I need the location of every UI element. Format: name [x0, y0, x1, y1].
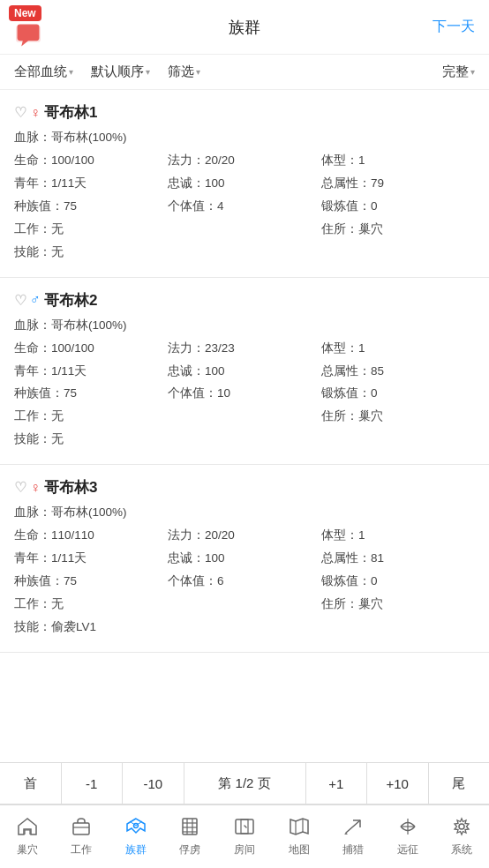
page-next1-button[interactable]: +1 [306, 763, 368, 804]
nav-item-hunt[interactable]: 捕猎 [326, 805, 380, 868]
page-info: 第 1/2 页 [184, 763, 306, 804]
tribe-icon [124, 817, 147, 840]
work: 工作：无 [14, 407, 168, 427]
nav-item-room[interactable]: 房间 [217, 805, 272, 868]
nav-label-expedition: 远征 [397, 842, 418, 857]
filter-order[interactable]: 默认顺序 ▾ [91, 64, 150, 80]
race-val: 种族值：75 [14, 384, 168, 404]
hp: 生命：100/100 [14, 339, 168, 359]
total-attr: 总属性：79 [321, 174, 475, 194]
new-badge: New [9, 5, 41, 21]
nav-label-prisoner: 俘虏 [179, 842, 200, 857]
filter-complete[interactable]: 完整 ▾ [442, 64, 475, 80]
nav-label-system: 系统 [451, 842, 472, 857]
work-icon [71, 817, 92, 840]
work: 工作：无 [14, 595, 168, 615]
total-attr: 总属性：85 [321, 362, 475, 382]
creature-card[interactable]: ♡ ♀ 哥布林1 血脉：哥布林(100%) 生命：100/100 法力：20/2… [0, 90, 489, 278]
heart-icon: ♡ [14, 479, 26, 496]
nav-item-home[interactable]: 巢穴 [0, 805, 55, 868]
hp: 生命：110/110 [14, 526, 168, 546]
creature-name-row: ♡ ♂ 哥布林2 [14, 290, 475, 311]
nav-label-room: 房间 [234, 842, 255, 857]
creature-name: 哥布林2 [44, 290, 97, 311]
female-icon: ♀ [30, 105, 41, 121]
forge: 锻炼值：0 [321, 572, 475, 592]
race-val: 种族值：75 [14, 572, 168, 592]
female-icon: ♀ [30, 480, 41, 496]
race-val: 种族值：75 [14, 197, 168, 217]
nav-item-expedition[interactable]: 远征 [380, 805, 435, 868]
nav-label-map: 地图 [289, 842, 310, 857]
filter-bar: 全部血统 ▾ 默认顺序 ▾ 筛选 ▾ 完整 ▾ [0, 55, 489, 90]
room-icon [234, 817, 255, 840]
body: 体型：1 [321, 151, 475, 171]
bloodline: 血脉：哥布林(100%) [14, 316, 475, 336]
body: 体型：1 [321, 339, 475, 359]
nav-label-tribe: 族群 [125, 842, 147, 857]
nav-label-home: 巢穴 [17, 842, 38, 857]
mp: 法力：23/23 [168, 339, 321, 359]
home-icon [17, 817, 38, 840]
creature-card[interactable]: ♡ ♀ 哥布林3 血脉：哥布林(100%) 生命：110/110 法力：20/2… [0, 465, 489, 653]
message-icon [14, 23, 42, 48]
page-next10-button[interactable]: +10 [367, 763, 429, 804]
pagination-bar: 首 -1 -10 第 1/2 页 +1 +10 尾 [0, 762, 489, 804]
nav-item-map[interactable]: 地图 [272, 805, 327, 868]
bloodline: 血脉：哥布林(100%) [14, 128, 475, 148]
work: 工作：无 [14, 220, 168, 240]
page-last-button[interactable]: 尾 [429, 763, 490, 804]
hp: 生命：100/100 [14, 151, 168, 171]
expedition-icon [397, 817, 418, 840]
filter-screen[interactable]: 筛选 ▾ [168, 64, 200, 80]
map-icon [289, 817, 310, 840]
nav-item-system[interactable]: 系统 [435, 805, 490, 868]
filter-bloodline[interactable]: 全部血统 ▾ [14, 64, 73, 80]
creature-name-row: ♡ ♀ 哥布林3 [14, 477, 475, 498]
creature-name: 哥布林1 [44, 102, 97, 123]
creature-stats: 血脉：哥布林(100%) 生命：100/100 法力：20/20 体型：1 青年… [14, 128, 475, 263]
page-prev1-button[interactable]: -1 [62, 763, 124, 804]
skill: 技能：无 [14, 430, 475, 450]
nav-label-work: 工作 [71, 842, 92, 857]
mp: 法力：20/20 [168, 151, 321, 171]
home: 住所：巢穴 [321, 220, 475, 240]
chevron-down-icon: ▾ [146, 67, 150, 77]
creature-name-row: ♡ ♀ 哥布林1 [14, 102, 475, 123]
forge: 锻炼值：0 [321, 384, 475, 404]
creature-stats: 血脉：哥布林(100%) 生命：110/110 法力：20/20 体型：1 青年… [14, 503, 475, 638]
chevron-down-icon: ▾ [69, 67, 73, 77]
nav-label-hunt: 捕猎 [342, 842, 364, 857]
body: 体型：1 [321, 526, 475, 546]
individual: 个体值：6 [168, 572, 321, 592]
home: 住所：巢穴 [321, 407, 475, 427]
forge: 锻炼值：0 [321, 197, 475, 217]
creature-list: ♡ ♀ 哥布林1 血脉：哥布林(100%) 生命：100/100 法力：20/2… [0, 90, 489, 762]
chevron-down-icon: ▾ [470, 67, 475, 77]
mp: 法力：20/20 [168, 526, 321, 546]
youth: 青年：1/11天 [14, 549, 168, 569]
individual: 个体值：10 [168, 384, 321, 404]
male-icon: ♂ [30, 292, 41, 308]
hunt-icon [342, 817, 364, 840]
system-icon [451, 817, 472, 840]
total-attr: 总属性：81 [321, 549, 475, 569]
nav-item-work[interactable]: 工作 [55, 805, 109, 868]
heart-icon: ♡ [14, 292, 26, 309]
svg-line-18 [346, 820, 360, 833]
page-prev10-button[interactable]: -10 [123, 763, 184, 804]
heart-icon: ♡ [14, 104, 26, 121]
page-first-button[interactable]: 首 [0, 763, 62, 804]
creature-card[interactable]: ♡ ♂ 哥布林2 血脉：哥布林(100%) 生命：100/100 法力：23/2… [0, 278, 489, 466]
youth: 青年：1/11天 [14, 174, 168, 194]
next-day-button[interactable]: 下一天 [433, 18, 475, 36]
home: 住所：巢穴 [321, 595, 475, 615]
individual: 个体值：4 [168, 197, 321, 217]
nav-item-tribe[interactable]: 族群 [109, 805, 163, 868]
prisoner-icon [179, 817, 200, 840]
loyalty: 忠诚：100 [168, 174, 321, 194]
header: New 族群 下一天 [0, 0, 489, 55]
bloodline: 血脉：哥布林(100%) [14, 503, 475, 523]
nav-item-prisoner[interactable]: 俘虏 [163, 805, 218, 868]
page-title: 族群 [229, 17, 260, 38]
